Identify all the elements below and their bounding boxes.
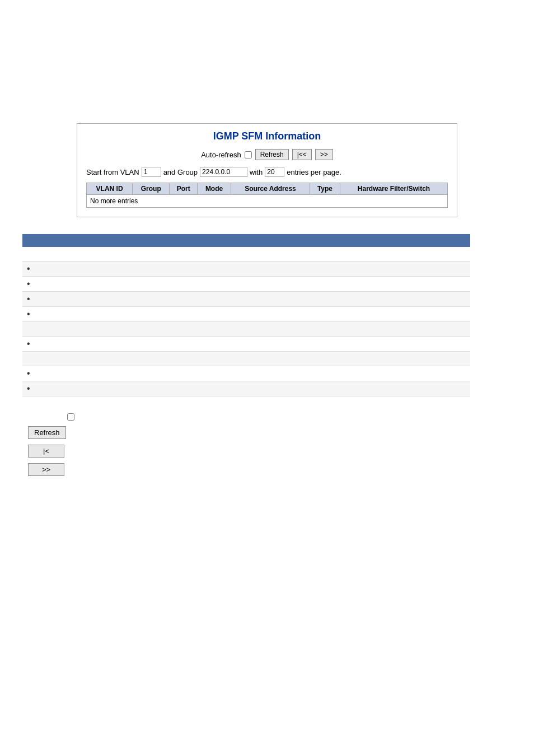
table-row	[22, 352, 470, 366]
entries-input[interactable]	[265, 167, 284, 177]
desc-col2	[123, 247, 470, 262]
col-header-type: Type	[310, 183, 340, 195]
prev-button[interactable]: |<<	[292, 149, 312, 160]
desc-col1-header	[22, 234, 123, 247]
desc-col2	[123, 277, 470, 292]
desc-col2	[123, 337, 470, 352]
igmp-table: VLAN ID Group Port Mode Source Address T…	[86, 183, 448, 208]
standalone-auto-refresh-row	[67, 413, 74, 421]
standalone-auto-refresh-checkbox[interactable]	[67, 413, 74, 421]
desc-col1	[22, 247, 123, 262]
auto-refresh-checkbox[interactable]	[245, 151, 252, 158]
with-label: with	[250, 168, 263, 176]
entries-per-page-label: entries per page.	[287, 168, 341, 176]
standalone-next-button[interactable]: >>	[28, 463, 64, 476]
col-header-group: Group	[133, 183, 170, 195]
table-row: •	[22, 366, 470, 381]
desc-section: • • • • •	[22, 234, 470, 396]
desc-col1	[22, 322, 123, 337]
no-entries-row: No more entries	[87, 195, 448, 208]
standalone-refresh-button[interactable]: Refresh	[28, 426, 66, 439]
filter-row: Start from VLAN and Group with entries p…	[86, 167, 448, 177]
desc-col1-bullet: •	[22, 277, 123, 292]
desc-col1-bullet: •	[22, 366, 123, 381]
desc-col1-bullet: •	[22, 381, 123, 396]
and-group-label: and Group	[163, 168, 198, 176]
desc-col1-bullet: •	[22, 292, 123, 307]
start-from-label: Start from VLAN	[86, 168, 139, 176]
auto-refresh-label: Auto-refresh	[201, 151, 241, 159]
desc-col2	[123, 322, 470, 337]
table-row	[22, 322, 470, 337]
group-input[interactable]	[200, 167, 247, 177]
table-row: •	[22, 337, 470, 352]
buttons-section: Refresh |< >>	[28, 413, 523, 476]
table-row: •	[22, 307, 470, 322]
table-row: •	[22, 292, 470, 307]
desc-col1	[22, 352, 123, 366]
desc-col2-header	[123, 234, 470, 247]
col-header-source-address: Source Address	[231, 183, 310, 195]
table-row	[22, 247, 470, 262]
vlan-input[interactable]	[142, 167, 161, 177]
standalone-prev-button[interactable]: |<	[28, 445, 64, 458]
desc-table: • • • • •	[22, 234, 470, 396]
panel-title: IGMP SFM Information	[86, 130, 448, 142]
controls-row: Auto-refresh Refresh |<< >>	[86, 149, 448, 160]
refresh-button[interactable]: Refresh	[255, 149, 289, 160]
desc-col2	[123, 381, 470, 396]
igmp-panel: IGMP SFM Information Auto-refresh Refres…	[77, 123, 457, 217]
desc-col1-bullet: •	[22, 337, 123, 352]
desc-col2	[123, 292, 470, 307]
desc-col2	[123, 366, 470, 381]
next-button[interactable]: >>	[315, 149, 333, 160]
no-entries-text: No more entries	[87, 195, 448, 208]
table-row: •	[22, 262, 470, 277]
desc-col2	[123, 307, 470, 322]
desc-col2	[123, 262, 470, 277]
col-header-port: Port	[170, 183, 198, 195]
table-row: •	[22, 381, 470, 396]
desc-col2	[123, 352, 470, 366]
col-header-vlan-id: VLAN ID	[87, 183, 133, 195]
desc-col1-bullet: •	[22, 307, 123, 322]
col-header-hardware-filter: Hardware Filter/Switch	[340, 183, 448, 195]
table-row: •	[22, 277, 470, 292]
col-header-mode: Mode	[198, 183, 231, 195]
desc-col1-bullet: •	[22, 262, 123, 277]
